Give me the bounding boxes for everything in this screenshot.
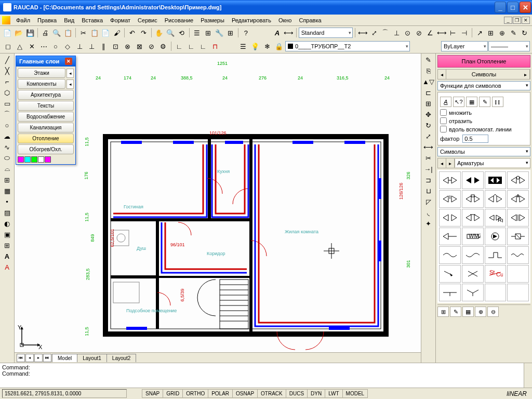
symbol-valve1[interactable] [439, 171, 461, 189]
join-icon[interactable]: ⊔ [423, 185, 434, 196]
menu-service[interactable]: Сервис [134, 16, 161, 24]
symbol-empty1[interactable] [485, 284, 507, 301]
tab-next[interactable]: ▸ [34, 354, 43, 362]
snap-cen-icon[interactable]: ○ [50, 41, 61, 52]
factor-input[interactable] [462, 135, 488, 143]
menu-format[interactable]: Формат [107, 16, 134, 24]
symbol-wave[interactable] [507, 246, 529, 264]
spline-icon[interactable]: ∿ [2, 142, 13, 152]
dimstyle-icon[interactable]: ⟷ [283, 27, 294, 38]
layer-mgr-icon[interactable]: ☰ [237, 41, 249, 52]
snap-ins-icon[interactable]: ⊡ [110, 41, 121, 52]
symbol-sine2[interactable] [462, 246, 484, 264]
rp-bottom-2[interactable]: ✎ [450, 307, 461, 317]
status-polar[interactable]: POLAR [208, 389, 233, 398]
auxlines-check[interactable]: вдоль вспомогат. линии [440, 126, 528, 132]
ucs-icon[interactable]: ∟ [174, 41, 185, 52]
symbol-pump[interactable] [485, 228, 507, 245]
gradient-icon[interactable]: ◐ [2, 218, 13, 229]
mdi-minimize[interactable]: _ [504, 17, 512, 24]
array-icon[interactable]: ⊞ [423, 98, 434, 109]
func-icon-cols[interactable]: ⫿⫿ [492, 97, 503, 107]
layer-btn-floors[interactable]: Этажи [18, 68, 65, 78]
dim-center-icon[interactable]: ⊕ [497, 27, 508, 38]
arc-icon[interactable]: ⌒ [2, 109, 13, 119]
snap-int-icon[interactable]: ✕ [26, 41, 37, 52]
symbol-cross[interactable] [462, 265, 484, 283]
snap-par-icon[interactable]: ∥ [98, 41, 109, 52]
status-ortho[interactable]: ORTHO [182, 389, 208, 398]
symbol-valve7[interactable] [485, 190, 507, 208]
tool-icon[interactable]: 🔧 [214, 27, 225, 38]
symbol-valve6[interactable] [462, 190, 484, 208]
layer-frz-icon[interactable]: ❄ [261, 41, 273, 52]
hatch-icon[interactable]: ▨ [2, 207, 13, 218]
layer-btn-texts[interactable]: Тексты [18, 101, 74, 111]
menu-window[interactable]: Окно [275, 16, 296, 24]
dim-ang-icon[interactable]: ∠ [425, 27, 436, 38]
open-icon[interactable]: 📂 [14, 27, 24, 38]
snap-set-icon[interactable]: ⚙ [157, 41, 169, 52]
snap-end-icon[interactable]: ◻ [2, 41, 14, 52]
tab-layout1[interactable]: Layout1 [77, 354, 107, 362]
layer-btn-components[interactable]: Компоненты [18, 79, 65, 89]
undo-icon[interactable]: ↶ [127, 27, 138, 38]
symbol-y[interactable] [462, 284, 484, 301]
swatch[interactable] [38, 156, 44, 163]
func-icon-grid[interactable]: ▦ [466, 97, 477, 107]
dim-rad-icon[interactable]: ⊙ [403, 27, 414, 38]
swatch[interactable] [18, 156, 24, 163]
pline-icon[interactable]: ⌐ [2, 76, 13, 87]
copy-icon[interactable]: 📋 [89, 27, 100, 38]
plot-icon[interactable]: 📋 [62, 27, 73, 38]
paste-icon[interactable]: 📄 [100, 27, 111, 38]
preview-icon[interactable]: 🔍 [51, 27, 62, 38]
symbol-wmz[interactable]: WMZ [462, 228, 484, 245]
symbol-valve2[interactable] [462, 171, 484, 189]
dim-base-icon[interactable]: ⊢ [448, 27, 459, 38]
maximize-button[interactable]: □ [507, 2, 518, 13]
drawing-canvas[interactable]: Главные слои ✕ Этажи◂ Компоненты◂ Архите… [15, 54, 421, 352]
mirror-icon[interactable]: ▲▽ [423, 76, 434, 87]
symbol-valve12[interactable] [507, 209, 529, 227]
tab-last[interactable]: ⏭ [43, 354, 51, 362]
symbol-valve9[interactable] [439, 209, 461, 227]
linetype-combo[interactable]: ByLayer [441, 41, 488, 51]
dim-dia-icon[interactable]: ⊘ [414, 27, 424, 38]
textstyle-icon[interactable]: A [272, 27, 283, 38]
layer-on-icon[interactable]: 💡 [249, 41, 261, 52]
layer-btn-sewage[interactable]: Канализация [18, 123, 74, 132]
func-icon-help[interactable]: ↖? [453, 97, 464, 107]
line-icon[interactable]: ╱ [2, 55, 13, 65]
snap-nod-icon[interactable]: ⊗ [122, 41, 133, 52]
status-dyn[interactable]: DYN [307, 389, 325, 398]
ucs2-icon[interactable]: ∟ [185, 41, 197, 52]
armature-combo[interactable]: Арматуры [455, 159, 530, 167]
dim-arc-icon[interactable]: ⌒ [380, 27, 391, 38]
rp-bottom-4[interactable]: ⊕ [475, 307, 486, 317]
arm-next[interactable]: ▸ [446, 158, 455, 168]
dim-quick-icon[interactable]: ⟷ [436, 27, 447, 38]
symbols-next[interactable]: ▸ [522, 70, 530, 79]
rp-bottom-3[interactable]: ▦ [462, 307, 474, 317]
extend-icon[interactable]: →| [423, 164, 434, 174]
layers-panel-close[interactable]: ✕ [65, 58, 72, 65]
break-icon[interactable]: ⊐ [423, 175, 434, 185]
ellarc-icon[interactable]: ⌓ [2, 164, 13, 174]
props-icon[interactable]: ☰ [192, 27, 203, 38]
functions-combo[interactable]: Функции для символов [437, 81, 530, 90]
fillet-icon[interactable]: ◟ [423, 207, 434, 218]
dim-edit-icon[interactable]: ✎ [508, 27, 519, 38]
symbols-prev[interactable]: ◂ [438, 70, 446, 79]
status-ducs[interactable]: DUCS [286, 389, 308, 398]
func-icon-pencil[interactable]: ✎ [479, 97, 490, 107]
text-icon[interactable]: A [2, 262, 13, 272]
symbol-valve11[interactable]: Rp [485, 209, 507, 227]
symbol-valve13[interactable] [439, 228, 461, 245]
trim-icon[interactable]: ✂ [423, 153, 434, 163]
mdi-close[interactable]: ✕ [522, 17, 530, 24]
tab-first[interactable]: ⏮ [17, 354, 25, 362]
erase-icon[interactable]: ✎ [423, 55, 434, 65]
dim-linear-icon[interactable]: ⟷ [357, 27, 368, 38]
mirror-check[interactable]: отразить [440, 117, 528, 124]
